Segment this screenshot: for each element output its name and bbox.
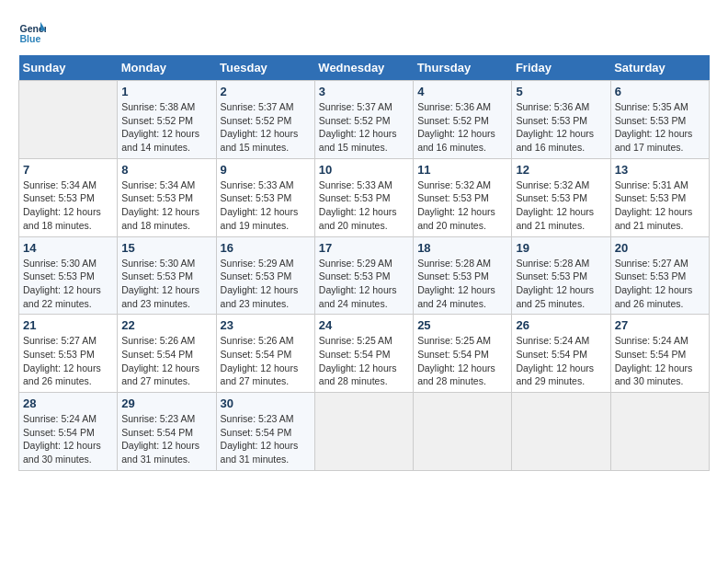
svg-text:Blue: Blue	[20, 33, 41, 44]
day-info: Sunrise: 5:28 AM Sunset: 5:53 PM Dayligh…	[417, 257, 507, 311]
column-header-monday: Monday	[118, 55, 216, 81]
day-info: Sunrise: 5:34 AM Sunset: 5:53 PM Dayligh…	[121, 178, 211, 233]
day-number: 20	[615, 241, 705, 255]
calendar-cell: 22Sunrise: 5:26 AM Sunset: 5:54 PM Dayli…	[118, 315, 216, 393]
day-number: 6	[615, 85, 705, 98]
day-number: 28	[23, 396, 113, 410]
day-info: Sunrise: 5:25 AM Sunset: 5:54 PM Dayligh…	[417, 334, 507, 388]
day-info: Sunrise: 5:30 AM Sunset: 5:53 PM Dayligh…	[23, 257, 113, 311]
calendar-cell: 20Sunrise: 5:27 AM Sunset: 5:53 PM Dayli…	[610, 236, 709, 315]
calendar-cell: 29Sunrise: 5:23 AM Sunset: 5:54 PM Dayli…	[118, 393, 216, 471]
day-number: 4	[417, 85, 507, 98]
calendar-cell: 17Sunrise: 5:29 AM Sunset: 5:53 PM Dayli…	[314, 236, 413, 315]
day-info: Sunrise: 5:34 AM Sunset: 5:53 PM Dayligh…	[23, 178, 113, 233]
calendar-cell: 6Sunrise: 5:35 AM Sunset: 5:53 PM Daylig…	[610, 81, 709, 159]
day-info: Sunrise: 5:23 AM Sunset: 5:54 PM Dayligh…	[221, 412, 311, 466]
day-info: Sunrise: 5:27 AM Sunset: 5:53 PM Dayligh…	[23, 334, 113, 388]
day-info: Sunrise: 5:25 AM Sunset: 5:54 PM Dayligh…	[319, 334, 409, 388]
calendar-cell	[610, 393, 709, 471]
calendar-cell: 16Sunrise: 5:29 AM Sunset: 5:53 PM Dayli…	[216, 236, 314, 315]
calendar-cell: 5Sunrise: 5:36 AM Sunset: 5:53 PM Daylig…	[512, 81, 610, 159]
calendar-week-1: 1Sunrise: 5:38 AM Sunset: 5:52 PM Daylig…	[19, 81, 710, 159]
day-number: 30	[221, 396, 311, 410]
calendar-cell: 11Sunrise: 5:32 AM Sunset: 5:53 PM Dayli…	[414, 158, 512, 236]
day-number: 26	[516, 318, 606, 332]
day-info: Sunrise: 5:35 AM Sunset: 5:53 PM Dayligh…	[615, 100, 705, 155]
day-info: Sunrise: 5:36 AM Sunset: 5:52 PM Dayligh…	[417, 100, 507, 155]
calendar-cell: 8Sunrise: 5:34 AM Sunset: 5:53 PM Daylig…	[118, 158, 216, 236]
calendar-cell: 10Sunrise: 5:33 AM Sunset: 5:53 PM Dayli…	[314, 158, 413, 236]
day-number: 5	[516, 85, 606, 98]
day-number: 29	[121, 396, 211, 410]
day-info: Sunrise: 5:30 AM Sunset: 5:53 PM Dayligh…	[121, 257, 211, 311]
day-info: Sunrise: 5:32 AM Sunset: 5:53 PM Dayligh…	[417, 178, 507, 233]
logo-icon: General Blue	[18, 18, 46, 46]
column-header-wednesday: Wednesday	[314, 55, 413, 81]
column-header-thursday: Thursday	[414, 55, 512, 81]
calendar-cell: 27Sunrise: 5:24 AM Sunset: 5:54 PM Dayli…	[610, 315, 709, 393]
calendar-cell: 3Sunrise: 5:37 AM Sunset: 5:52 PM Daylig…	[314, 81, 413, 159]
day-info: Sunrise: 5:28 AM Sunset: 5:53 PM Dayligh…	[516, 257, 606, 311]
day-info: Sunrise: 5:37 AM Sunset: 5:52 PM Dayligh…	[319, 100, 409, 155]
calendar-week-5: 28Sunrise: 5:24 AM Sunset: 5:54 PM Dayli…	[19, 393, 710, 471]
day-info: Sunrise: 5:31 AM Sunset: 5:53 PM Dayligh…	[615, 178, 705, 233]
day-number: 12	[516, 163, 606, 177]
logo: General Blue	[18, 18, 50, 46]
day-number: 18	[417, 241, 507, 255]
day-info: Sunrise: 5:33 AM Sunset: 5:53 PM Dayligh…	[221, 178, 311, 233]
calendar-cell: 9Sunrise: 5:33 AM Sunset: 5:53 PM Daylig…	[216, 158, 314, 236]
column-header-friday: Friday	[512, 55, 610, 81]
calendar-cell: 26Sunrise: 5:24 AM Sunset: 5:54 PM Dayli…	[512, 315, 610, 393]
calendar-cell: 21Sunrise: 5:27 AM Sunset: 5:53 PM Dayli…	[19, 315, 118, 393]
day-number: 19	[516, 241, 606, 255]
column-header-saturday: Saturday	[610, 55, 709, 81]
day-info: Sunrise: 5:26 AM Sunset: 5:54 PM Dayligh…	[221, 334, 311, 388]
day-number: 16	[221, 241, 311, 255]
day-number: 27	[615, 318, 705, 332]
day-number: 8	[121, 163, 211, 177]
calendar-cell	[314, 393, 413, 471]
day-info: Sunrise: 5:38 AM Sunset: 5:52 PM Dayligh…	[121, 100, 211, 155]
calendar-table: SundayMondayTuesdayWednesdayThursdayFrid…	[18, 55, 710, 471]
day-info: Sunrise: 5:23 AM Sunset: 5:54 PM Dayligh…	[121, 412, 211, 466]
page-header: General Blue	[18, 18, 710, 46]
calendar-cell: 24Sunrise: 5:25 AM Sunset: 5:54 PM Dayli…	[314, 315, 413, 393]
calendar-cell	[19, 81, 118, 159]
day-number: 3	[319, 85, 409, 98]
calendar-cell: 14Sunrise: 5:30 AM Sunset: 5:53 PM Dayli…	[19, 236, 118, 315]
calendar-cell: 30Sunrise: 5:23 AM Sunset: 5:54 PM Dayli…	[216, 393, 314, 471]
day-info: Sunrise: 5:33 AM Sunset: 5:53 PM Dayligh…	[319, 178, 409, 233]
day-number: 23	[221, 318, 311, 332]
calendar-cell: 12Sunrise: 5:32 AM Sunset: 5:53 PM Dayli…	[512, 158, 610, 236]
calendar-cell: 25Sunrise: 5:25 AM Sunset: 5:54 PM Dayli…	[414, 315, 512, 393]
day-info: Sunrise: 5:37 AM Sunset: 5:52 PM Dayligh…	[221, 100, 311, 155]
calendar-cell: 2Sunrise: 5:37 AM Sunset: 5:52 PM Daylig…	[216, 81, 314, 159]
calendar-week-3: 14Sunrise: 5:30 AM Sunset: 5:53 PM Dayli…	[19, 236, 710, 315]
day-number: 14	[23, 241, 113, 255]
calendar-cell: 19Sunrise: 5:28 AM Sunset: 5:53 PM Dayli…	[512, 236, 610, 315]
calendar-cell: 13Sunrise: 5:31 AM Sunset: 5:53 PM Dayli…	[610, 158, 709, 236]
calendar-cell: 7Sunrise: 5:34 AM Sunset: 5:53 PM Daylig…	[19, 158, 118, 236]
day-info: Sunrise: 5:36 AM Sunset: 5:53 PM Dayligh…	[516, 100, 606, 155]
day-number: 2	[221, 85, 311, 98]
column-header-sunday: Sunday	[19, 55, 118, 81]
day-info: Sunrise: 5:24 AM Sunset: 5:54 PM Dayligh…	[23, 412, 113, 466]
day-info: Sunrise: 5:29 AM Sunset: 5:53 PM Dayligh…	[221, 257, 311, 311]
day-number: 22	[121, 318, 211, 332]
day-info: Sunrise: 5:26 AM Sunset: 5:54 PM Dayligh…	[121, 334, 211, 388]
calendar-week-4: 21Sunrise: 5:27 AM Sunset: 5:53 PM Dayli…	[19, 315, 710, 393]
calendar-cell	[512, 393, 610, 471]
day-number: 24	[319, 318, 409, 332]
day-number: 1	[121, 85, 211, 98]
calendar-week-2: 7Sunrise: 5:34 AM Sunset: 5:53 PM Daylig…	[19, 158, 710, 236]
day-number: 17	[319, 241, 409, 255]
day-info: Sunrise: 5:32 AM Sunset: 5:53 PM Dayligh…	[516, 178, 606, 233]
column-header-tuesday: Tuesday	[216, 55, 314, 81]
calendar-cell: 28Sunrise: 5:24 AM Sunset: 5:54 PM Dayli…	[19, 393, 118, 471]
day-info: Sunrise: 5:24 AM Sunset: 5:54 PM Dayligh…	[615, 334, 705, 388]
day-number: 9	[221, 163, 311, 177]
calendar-cell: 18Sunrise: 5:28 AM Sunset: 5:53 PM Dayli…	[414, 236, 512, 315]
calendar-cell: 23Sunrise: 5:26 AM Sunset: 5:54 PM Dayli…	[216, 315, 314, 393]
day-number: 15	[121, 241, 211, 255]
day-info: Sunrise: 5:27 AM Sunset: 5:53 PM Dayligh…	[615, 257, 705, 311]
